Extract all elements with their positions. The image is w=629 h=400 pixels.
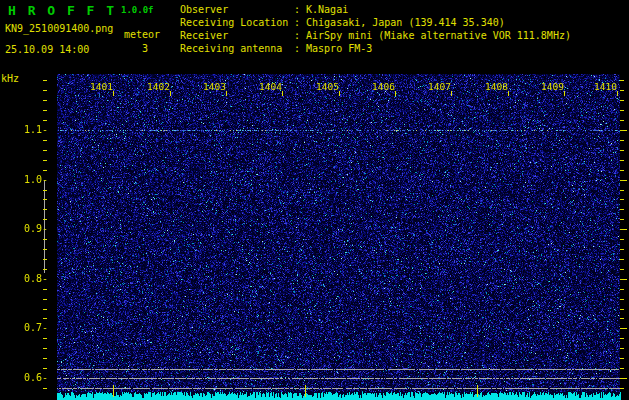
time-label: 1402: [142, 81, 170, 92]
y-axis-minor-tick: [620, 259, 624, 260]
y-axis-minor-tick: [620, 239, 624, 240]
y-axis-label: 1.1-: [0, 124, 48, 135]
station-info-block: Observer: K.NagaiReceiving Location: Chi…: [180, 3, 571, 55]
y-axis-minor-tick: [620, 100, 624, 101]
time-tick: [339, 91, 340, 96]
meteor-marker: [305, 385, 306, 397]
y-axis-minor-tick: [43, 348, 47, 349]
y-axis-minor-tick: [43, 199, 47, 200]
mode-label: meteor: [124, 29, 160, 40]
y-axis-minor-tick: [43, 80, 47, 81]
app-version: 1.0.0f: [121, 5, 154, 15]
time-label: 1409: [536, 81, 564, 92]
info-label: Observer: [180, 3, 294, 16]
y-axis-minor-tick: [620, 120, 624, 121]
time-label: 1405: [311, 81, 339, 92]
y-axis-minor-tick: [43, 150, 47, 151]
y-axis-minor-tick: [620, 150, 624, 151]
y-axis-minor-tick: [43, 289, 47, 290]
app-title: H R O F F T: [8, 3, 116, 18]
station-info-row: Observer: K.Nagai: [180, 3, 571, 16]
observation-datetime: 25.10.09 14:00: [5, 44, 89, 55]
station-info-row: Receiving antenna: Maspro FM-3: [180, 42, 571, 55]
y-axis-minor-tick: [620, 249, 624, 250]
hrofft-window: H R O F F T 1.0.0f KN9_2510091400.png me…: [0, 0, 629, 400]
y-axis-minor-tick: [620, 219, 624, 220]
y-axis-minor-tick: [43, 190, 47, 191]
y-axis-minor-tick: [43, 90, 47, 91]
station-info-row: Receiving Location: Chigasaki, Japan (13…: [180, 16, 571, 29]
y-axis-minor-tick: [620, 368, 624, 369]
time-label: 1404: [254, 81, 282, 92]
y-axis-minor-tick: [620, 190, 624, 191]
y-axis-minor-tick: [620, 199, 624, 200]
time-label: 1401: [85, 81, 113, 92]
y-axis-minor-tick: [43, 388, 47, 389]
y-axis-minor-tick: [43, 249, 47, 250]
info-label: Receiving antenna: [180, 42, 294, 55]
y-axis-minor-tick: [620, 170, 624, 171]
y-axis-minor-tick: [43, 299, 47, 300]
info-value: : Chigasaki, Japan (139.414 35.340): [294, 17, 505, 28]
y-axis-unit: kHz: [1, 73, 19, 84]
meteor-count: 3: [142, 43, 148, 54]
y-axis-minor-tick: [43, 368, 47, 369]
y-axis-minor-tick: [620, 90, 624, 91]
y-axis-minor-tick: [43, 100, 47, 101]
y-axis-minor-tick: [43, 318, 47, 319]
info-label: Receiver: [180, 29, 294, 42]
y-axis-minor-tick: [43, 259, 47, 260]
y-axis-minor-tick: [43, 219, 47, 220]
y-axis-label: 0.8-: [0, 273, 48, 284]
time-label: 1407: [423, 81, 451, 92]
meteor-marker: [477, 385, 478, 397]
y-axis-minor-tick: [620, 160, 624, 161]
y-axis-minor-tick: [620, 299, 624, 300]
y-axis-minor-tick: [43, 239, 47, 240]
meteor-marker: [113, 385, 114, 397]
info-value: : Maspro FM-3: [294, 43, 372, 54]
y-axis-minor-tick: [43, 160, 47, 161]
time-label: 1410: [589, 81, 617, 92]
signal-level-band-canvas: [57, 392, 621, 400]
y-axis-minor-tick: [620, 348, 624, 349]
y-axis-minor-tick: [620, 269, 624, 270]
y-axis-minor-tick: [620, 388, 624, 389]
y-axis-minor-tick: [620, 309, 624, 310]
y-axis-minor-tick: [43, 338, 47, 339]
y-axis-minor-tick: [620, 140, 624, 141]
y-axis-minor-tick: [43, 209, 47, 210]
y-axis-minor-tick: [43, 110, 47, 111]
output-filename: KN9_2510091400.png: [5, 23, 113, 34]
spectrogram-noise-canvas: [57, 74, 620, 392]
time-label: 1406: [367, 81, 395, 92]
y-axis-minor-tick: [620, 318, 624, 319]
y-axis-minor-tick: [620, 358, 624, 359]
y-axis-minor-tick: [620, 209, 624, 210]
y-axis-label: 0.6-: [0, 372, 48, 383]
info-value: : AirSpy mini (Miake alternative VOR 111…: [294, 30, 571, 41]
y-axis-major-tick: [620, 130, 627, 131]
y-axis-label: 1.0-: [0, 174, 48, 185]
time-tick: [617, 91, 618, 96]
y-axis-major-tick: [620, 279, 627, 280]
time-tick: [282, 91, 283, 96]
time-tick: [508, 91, 509, 96]
y-axis-minor-tick: [43, 358, 47, 359]
time-label: 1403: [198, 81, 226, 92]
time-tick: [113, 91, 114, 96]
info-value: : K.Nagai: [294, 4, 348, 15]
y-axis-minor-tick: [43, 269, 47, 270]
station-info-row: Receiver: AirSpy mini (Miake alternative…: [180, 29, 571, 42]
y-axis-minor-tick: [43, 170, 47, 171]
y-axis-minor-tick: [43, 120, 47, 121]
y-axis-label: 0.7-: [0, 322, 48, 333]
y-axis-minor-tick: [620, 80, 624, 81]
time-tick: [226, 91, 227, 96]
time-label: 1408: [480, 81, 508, 92]
y-axis-label: 0.9-: [0, 223, 48, 234]
y-axis-minor-tick: [620, 338, 624, 339]
y-axis-minor-tick: [620, 289, 624, 290]
y-axis-minor-tick: [43, 140, 47, 141]
time-tick: [564, 91, 565, 96]
